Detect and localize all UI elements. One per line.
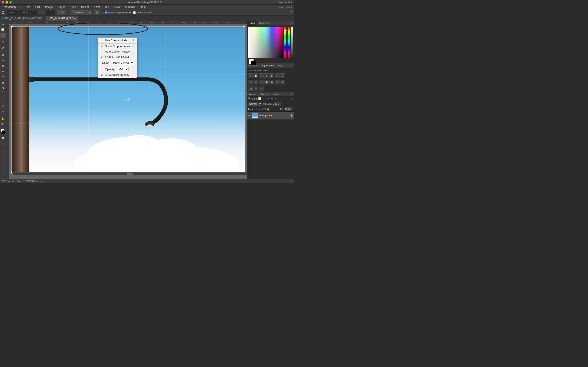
adj-hue[interactable]: ⬡ bbox=[275, 73, 279, 78]
content-aware-checkbox[interactable] bbox=[133, 11, 136, 14]
layers-tab-paths[interactable]: Paths bbox=[271, 92, 281, 96]
adj-extra[interactable]: ⊟ bbox=[259, 86, 264, 91]
move-tool[interactable]: ✥ bbox=[0, 22, 6, 27]
shape-tool[interactable]: ▭ bbox=[0, 109, 6, 114]
marquee-tool[interactable]: ⬜ bbox=[0, 27, 6, 32]
filter-smart[interactable]: ⊡ bbox=[274, 97, 277, 100]
adj-vibrance[interactable]: ◐ bbox=[269, 73, 274, 78]
tab-1[interactable]: ✕ D81_6112.NEF @ 29.4% (RGB/16) bbox=[0, 16, 44, 21]
layers-expand-btn[interactable]: ≡ bbox=[290, 92, 294, 96]
bg-color-swatch[interactable] bbox=[251, 61, 256, 66]
adj-exposure[interactable]: ⊙ bbox=[264, 73, 269, 78]
menu-edit[interactable]: Edit bbox=[35, 5, 41, 8]
layers-filter-toggle[interactable]: ● bbox=[292, 97, 293, 100]
brush-tool[interactable]: ✏ bbox=[0, 58, 6, 63]
adj-channelmixer[interactable]: ⊡ bbox=[259, 80, 264, 84]
swap-icon[interactable]: ⇄ bbox=[40, 11, 43, 14]
crop-handle-tl[interactable] bbox=[11, 26, 13, 28]
layers-tab-channels[interactable]: Channels bbox=[258, 92, 271, 96]
adj-selective-color[interactable]: ⊘ bbox=[253, 86, 258, 91]
menu-window[interactable]: Window bbox=[124, 5, 136, 8]
adj-invert[interactable]: ⬣ bbox=[269, 80, 274, 84]
fill-input[interactable] bbox=[285, 107, 293, 111]
filter-text[interactable]: T bbox=[262, 97, 266, 100]
adj-threshold[interactable]: ⬢ bbox=[280, 80, 285, 84]
type-tool[interactable]: T bbox=[0, 98, 6, 103]
gradient-tool[interactable]: ▦ bbox=[0, 80, 6, 85]
minimize-btn[interactable] bbox=[6, 1, 8, 4]
lock-artboard[interactable]: ⊞ bbox=[264, 108, 266, 111]
layer-row-background[interactable]: 👁 Background 🔒 bbox=[247, 112, 294, 120]
menu-type[interactable]: Type bbox=[69, 5, 77, 8]
adj-colorlookup[interactable]: 🎨 bbox=[264, 80, 269, 84]
path-select[interactable]: ↗ bbox=[0, 104, 6, 109]
blend-mode-select[interactable]: Normal Dissolve Multiply bbox=[248, 102, 262, 106]
adj-photofilter[interactable]: ⊠ bbox=[253, 80, 258, 84]
adj-panel-expand[interactable]: ≡ bbox=[290, 63, 294, 68]
lock-position[interactable]: ✥ bbox=[261, 108, 263, 111]
crop-handle-tr[interactable] bbox=[243, 26, 245, 28]
scroll-bottom[interactable] bbox=[13, 172, 247, 175]
pen-tool[interactable]: ✒ bbox=[0, 92, 6, 98]
quick-mask[interactable]: ⬤ bbox=[0, 135, 6, 140]
dropdown-use-classic[interactable]: Use Classic Mode P bbox=[98, 38, 137, 43]
zoom-tool[interactable]: 🔍 bbox=[0, 122, 6, 127]
ratio-select[interactable]: Ratio bbox=[7, 10, 26, 15]
adj-bw[interactable]: ◨ bbox=[248, 80, 253, 84]
adj-brightness[interactable]: ☀ bbox=[248, 73, 253, 78]
menu-select[interactable]: Select bbox=[80, 5, 90, 8]
filter-adj[interactable]: ⊕ bbox=[270, 97, 274, 100]
tab-1-close[interactable]: ✕ bbox=[2, 17, 4, 19]
healing-tool[interactable]: ⊛ bbox=[0, 52, 6, 58]
adj-tab-adjustments[interactable]: Adjustments bbox=[260, 63, 276, 68]
dropdown-show-cropped[interactable]: ✓ Show Cropped Area H bbox=[98, 43, 137, 49]
lasso-tool[interactable]: ⊙ bbox=[0, 33, 6, 38]
menu-filter[interactable]: Filter bbox=[93, 5, 101, 8]
stamp-tool[interactable]: ⊕ bbox=[0, 63, 6, 68]
scroll-thumb-h[interactable] bbox=[127, 173, 133, 175]
dropdown-enable-crop-shield[interactable]: ✓ Enable Crop Shield bbox=[98, 54, 137, 59]
crop-tool[interactable]: ⊡ bbox=[0, 40, 6, 45]
delete-cropped-label[interactable]: Delete Cropped Pixels bbox=[105, 11, 131, 14]
color-select[interactable]: Match Canvas Black White bbox=[111, 61, 134, 65]
eraser-tool[interactable]: ◻ bbox=[0, 75, 6, 80]
adj-colorbalance[interactable]: ⊞ bbox=[280, 73, 285, 78]
menu-image[interactable]: Image bbox=[44, 5, 54, 8]
opacity-select[interactable]: 75% 25% 50% 100% bbox=[117, 67, 129, 71]
history-brush[interactable]: ↩ bbox=[0, 69, 6, 74]
opacity-input[interactable] bbox=[273, 102, 281, 106]
adj-levels[interactable]: 📊 bbox=[253, 73, 258, 78]
content-aware-label[interactable]: Content-Aware bbox=[133, 11, 152, 14]
adj-tab-styles[interactable]: Styles bbox=[276, 63, 286, 68]
eyedropper-tool[interactable]: 💉 bbox=[0, 45, 6, 50]
tab-2[interactable]: ✕ J50_1435.NEF @ 38.3% bbox=[44, 16, 78, 21]
grid-button[interactable]: ⊞ bbox=[86, 10, 92, 15]
menu-file[interactable]: File bbox=[25, 5, 31, 8]
fg-bg-swatches[interactable] bbox=[1, 129, 5, 134]
settings-button[interactable]: ⚙ bbox=[94, 10, 100, 15]
filter-path[interactable]: ⊙ bbox=[266, 97, 269, 100]
menu-photoshop[interactable]: Photoshop CC bbox=[2, 5, 22, 8]
adj-gradient-map[interactable]: ▥ bbox=[248, 86, 253, 91]
menu-help[interactable]: Help bbox=[139, 5, 147, 8]
dropdown-auto-adjust[interactable]: ✓ Auto Adjust Opacity bbox=[98, 72, 137, 78]
layer-visibility[interactable]: 👁 bbox=[248, 114, 251, 117]
hand-tool[interactable]: ✋ bbox=[0, 116, 6, 121]
lock-all[interactable]: 🔒 bbox=[267, 108, 270, 111]
layers-tab-layers[interactable]: Layers bbox=[247, 92, 258, 96]
ratio-width-input[interactable] bbox=[28, 10, 39, 15]
bg-swatch[interactable] bbox=[2, 130, 5, 134]
screen-mode[interactable]: ⬛ bbox=[0, 142, 6, 147]
filter-pixel[interactable]: ⬜ bbox=[258, 97, 261, 100]
close-btn[interactable] bbox=[2, 1, 4, 4]
tab-color[interactable]: Color bbox=[247, 21, 257, 25]
color-panel-expand[interactable]: ≡ bbox=[290, 21, 294, 25]
reset-icon[interactable]: ↺ bbox=[290, 10, 292, 15]
adj-curves[interactable]: ∿ bbox=[259, 73, 264, 78]
menu-3d[interactable]: 3D bbox=[104, 5, 110, 8]
color-spectrum[interactable] bbox=[248, 27, 283, 58]
tab-swatches[interactable]: Swatches bbox=[257, 21, 272, 25]
hue-slider[interactable] bbox=[284, 27, 286, 58]
more-tools[interactable]: ⋯ bbox=[0, 148, 6, 153]
clear-button[interactable]: Clear bbox=[57, 10, 66, 15]
